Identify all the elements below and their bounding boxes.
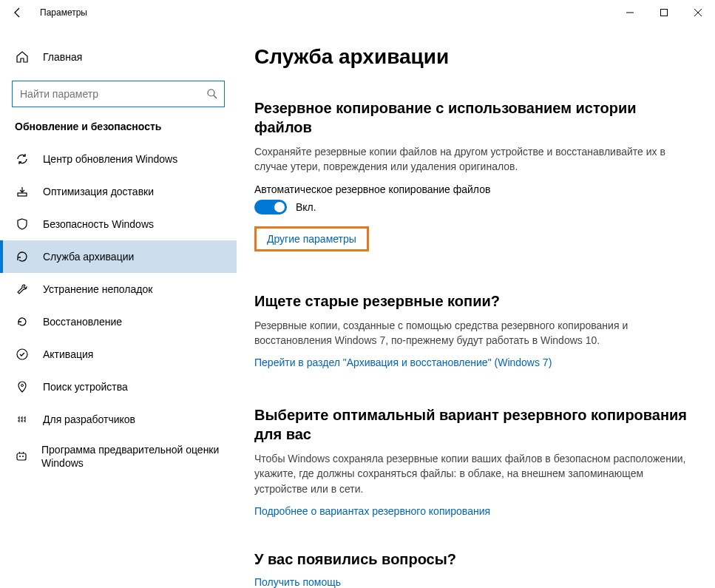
section-questions: У вас появились вопросы? Получить помощь: [254, 550, 693, 588]
delivery-icon: [15, 184, 30, 199]
section-heading: Резервное копирование с использованием и…: [254, 98, 693, 137]
sidebar: Главная Обновление и безопасность Центр …: [0, 24, 237, 588]
sidebar-item-label: Активация: [43, 348, 93, 360]
sidebar-section-title: Обновление и безопасность: [0, 121, 237, 143]
section-description: Резервные копии, созданные с помощью сре…: [254, 318, 683, 348]
wrench-icon: [15, 282, 30, 297]
sidebar-item-windows-update[interactable]: Центр обновления Windows: [0, 143, 237, 175]
backup-restore-win7-link[interactable]: Перейти в раздел "Архивация и восстановл…: [254, 356, 552, 368]
svg-point-5: [17, 349, 27, 359]
svg-point-8: [19, 456, 21, 457]
more-options-link[interactable]: Другие параметры: [267, 233, 356, 245]
shield-icon: [15, 217, 30, 232]
back-button[interactable]: [0, 0, 35, 24]
backup-icon: [15, 249, 30, 264]
sidebar-item-delivery-optimization[interactable]: Оптимизация доставки: [0, 175, 237, 208]
svg-rect-1: [661, 9, 668, 16]
sidebar-item-label: Оптимизация доставки: [43, 186, 154, 197]
content-area: Служба архивации Резервное копирование с…: [237, 24, 715, 588]
svg-rect-7: [17, 453, 26, 460]
svg-line-3: [214, 95, 217, 98]
more-options-highlight: Другие параметры: [254, 226, 369, 251]
sidebar-item-windows-security[interactable]: Безопасность Windows: [0, 208, 237, 240]
developer-icon: [15, 412, 30, 427]
section-choose-backup: Выберите оптимальный вариант резервного …: [254, 405, 693, 517]
sidebar-item-label: Программа предварительной оценки Windows: [41, 443, 237, 470]
sidebar-item-backup[interactable]: Служба архивации: [0, 240, 237, 273]
sidebar-home-label: Главная: [43, 51, 82, 63]
sync-icon: [15, 152, 30, 166]
minimize-button[interactable]: [613, 0, 647, 24]
svg-point-2: [208, 89, 214, 96]
section-file-history: Резервное копирование с использованием и…: [254, 98, 693, 269]
sidebar-item-label: Центр обновления Windows: [43, 153, 177, 165]
section-description: Чтобы Windows сохраняла резервные копии …: [254, 451, 693, 496]
sidebar-item-label: Устранение неполадок: [43, 283, 152, 295]
auto-backup-toggle[interactable]: [254, 200, 287, 214]
insider-icon: [15, 449, 28, 464]
sidebar-item-label: Поиск устройства: [43, 381, 128, 393]
check-circle-icon: [15, 347, 30, 362]
sidebar-home[interactable]: Главная: [0, 39, 237, 75]
section-heading: Ищете старые резервные копии?: [254, 291, 693, 311]
section-description: Сохраняйте резервные копии файлов на дру…: [254, 144, 683, 175]
sidebar-item-recovery[interactable]: Восстановление: [0, 305, 237, 338]
sidebar-item-label: Служба архивации: [43, 251, 134, 263]
sidebar-item-find-my-device[interactable]: Поиск устройства: [0, 371, 237, 403]
svg-point-9: [22, 456, 24, 457]
location-icon: [15, 379, 30, 394]
svg-rect-4: [18, 193, 27, 196]
page-title: Служба архивации: [254, 45, 693, 69]
toggle-state: Вкл.: [296, 201, 316, 213]
sidebar-item-troubleshoot[interactable]: Устранение неполадок: [0, 273, 237, 305]
search-field[interactable]: [20, 88, 206, 100]
titlebar: Параметры: [0, 0, 715, 24]
get-help-link[interactable]: Получить помощь: [254, 576, 341, 588]
sidebar-item-for-developers[interactable]: Для разработчиков: [0, 403, 237, 436]
recovery-icon: [15, 314, 30, 329]
sidebar-item-label: Безопасность Windows: [43, 218, 154, 230]
home-icon: [15, 50, 30, 64]
maximize-button[interactable]: [647, 0, 681, 24]
sidebar-item-windows-insider[interactable]: Программа предварительной оценки Windows: [0, 436, 237, 477]
sidebar-item-label: Для разработчиков: [43, 413, 135, 425]
window-title: Параметры: [40, 7, 87, 18]
sidebar-item-activation[interactable]: Активация: [0, 338, 237, 371]
section-heading: У вас появились вопросы?: [254, 550, 693, 569]
search-input[interactable]: [12, 81, 225, 107]
section-heading: Выберите оптимальный вариант резервного …: [254, 405, 693, 444]
toggle-label: Автоматическое резервное копирование фай…: [254, 183, 693, 195]
sidebar-item-label: Восстановление: [43, 316, 122, 328]
learn-more-backup-link[interactable]: Подробнее о вариантах резервного копиров…: [254, 505, 490, 517]
search-icon: [206, 88, 218, 100]
close-button[interactable]: [681, 0, 715, 24]
svg-point-6: [21, 385, 24, 387]
section-old-backups: Ищете старые резервные копии? Резервные …: [254, 291, 693, 369]
